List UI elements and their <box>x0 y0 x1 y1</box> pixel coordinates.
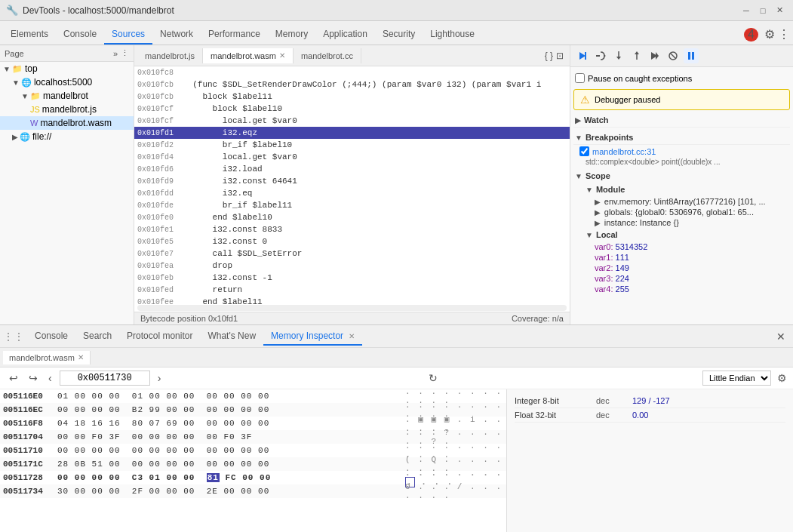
tab-network[interactable]: Network <box>152 26 201 45</box>
code-tab-cc[interactable]: mandelbrot.cc <box>294 48 361 63</box>
scope-var4-value: 255 <box>616 284 629 294</box>
tab-memory-inspector[interactable]: Memory Inspector ✕ <box>263 328 362 346</box>
tab-security[interactable]: Security <box>375 26 423 45</box>
memory-file-tab-close[interactable]: ✕ <box>78 353 84 361</box>
svg-rect-1 <box>585 52 586 60</box>
refresh-button[interactable]: ↻ <box>429 372 438 384</box>
endian-select[interactable]: Little Endian Big Endian <box>702 371 771 386</box>
local-section-header[interactable]: ▼ Local <box>573 228 790 241</box>
code-body[interactable]: 0x010fc8 0x010fcb (func $SDL_SetRenderDr… <box>134 66 570 304</box>
svg-marker-7 <box>635 51 639 54</box>
origin-icon-file: 🌐 <box>20 132 30 142</box>
tree-item-localhost[interactable]: ▼ 🌐 localhost:5000 <box>0 75 134 89</box>
memory-inspector-tab-close[interactable]: ✕ <box>349 332 355 340</box>
breakpoint-checkbox[interactable] <box>579 146 589 156</box>
js-file-icon: JS <box>30 105 40 114</box>
svg-rect-12 <box>688 52 690 60</box>
settings-icon[interactable]: ⚙ <box>764 27 775 42</box>
code-scrollbar-h[interactable] <box>137 305 567 311</box>
type-panel: Integer 8-bit dec 129 / -127 Float 32-bi… <box>506 389 793 532</box>
code-tab-js[interactable]: mandelbrot.js <box>137 48 203 63</box>
watch-section-header[interactable]: ▶ Watch <box>573 113 790 128</box>
tab-elements[interactable]: Elements <box>3 26 56 45</box>
warning-icon: ⚠ <box>580 94 590 106</box>
hex-area[interactable]: 005116E0 01 00 00 00 01 00 00 00 00 00 0… <box>0 389 506 532</box>
code-line: 0x010fd9 i32.const 64641 <box>134 175 570 187</box>
filetree-menu-icon[interactable]: ⋮ <box>121 48 129 58</box>
breakpoints-label: Breakpoints <box>586 133 634 142</box>
folder-icon: 📁 <box>12 64 23 74</box>
bottom-panel-close-button[interactable]: ✕ <box>772 331 790 343</box>
tree-item-mandelbrot-folder[interactable]: ▼ 📁 mandelbrot <box>0 89 134 103</box>
devtools-tab-bar: Elements Console Sources Network Perform… <box>0 21 793 45</box>
minimize-button[interactable]: ─ <box>739 3 754 18</box>
type-panel-settings-button[interactable]: ⚙ <box>777 372 787 384</box>
memory-content: 005116E0 01 00 00 00 01 00 00 00 00 00 0… <box>0 389 793 532</box>
step-into-button[interactable] <box>611 48 626 63</box>
breakpoint-item: mandelbrot.cc:31 <box>573 145 790 158</box>
code-line: 0x010fea drop <box>134 260 570 272</box>
code-tab-wasm-close[interactable]: ✕ <box>279 51 285 60</box>
deactivate-button[interactable] <box>665 48 681 63</box>
tree-item-mandelbrot-js[interactable]: JS mandelbrot.js <box>0 103 134 116</box>
bottom-drag-handle: ⋮⋮ <box>3 331 24 343</box>
resume-button[interactable] <box>575 48 590 63</box>
tab-protocol-monitor[interactable]: Protocol monitor <box>119 328 200 346</box>
tree-item-top[interactable]: ▼ 📁 top <box>0 62 134 75</box>
type-float32-label: Float 32-bit <box>515 411 590 420</box>
code-dock-icon[interactable]: ⊡ <box>556 51 564 61</box>
scope-arrow: ▼ <box>575 172 582 180</box>
tree-label-localhost: localhost:5000 <box>34 77 92 88</box>
close-button[interactable]: ✕ <box>772 3 787 18</box>
tab-console[interactable]: Console <box>56 26 104 45</box>
undo-button[interactable]: ↩ <box>6 371 21 386</box>
tree-item-file[interactable]: ▶ 🌐 file:// <box>0 130 134 143</box>
tab-performance[interactable]: Performance <box>201 26 268 45</box>
maximize-button[interactable]: □ <box>755 3 770 18</box>
debugger-content: Pause on caught exceptions ⚠ Debugger pa… <box>570 67 793 300</box>
scope-section: ▼ Scope ▼ Module ▶ env.memory: Uint8Arra… <box>573 169 790 294</box>
scope-section-header[interactable]: ▼ Scope <box>573 169 790 183</box>
step-out-button[interactable] <box>629 48 644 63</box>
nav-next-button[interactable]: › <box>155 371 164 386</box>
filetree-expand-icon[interactable]: » <box>113 49 118 58</box>
redo-button[interactable]: ↪ <box>26 371 41 386</box>
pause-on-caught-checkbox[interactable] <box>575 73 585 83</box>
type-float32-value: 0.00 <box>632 411 785 420</box>
tab-lighthouse[interactable]: Lighthouse <box>423 26 482 45</box>
tab-whats-new[interactable]: What's New <box>200 328 263 346</box>
scope-globals: ▶ globals: {global0: 5306976, global1: 6… <box>573 207 790 217</box>
tree-arrow-localhost: ▼ <box>12 78 20 87</box>
breakpoints-section-header[interactable]: ▼ Breakpoints <box>573 131 790 145</box>
code-line: 0x010fed return <box>134 284 570 296</box>
tree-item-mandelbrot-wasm[interactable]: W mandelbrot.wasm <box>0 116 134 130</box>
titlebar-icon: 🔧 <box>6 5 18 16</box>
svg-rect-13 <box>692 52 694 60</box>
step-over-button[interactable] <box>593 48 608 63</box>
code-line: 0x010fe1 i32.const 8833 <box>134 223 570 235</box>
code-line: 0x010fcf local.get $var0 <box>134 115 570 127</box>
code-tab-wasm[interactable]: mandelbrot.wasm ✕ <box>203 48 294 63</box>
more-icon[interactable]: ⋮ <box>778 27 790 42</box>
type-float32-format: dec <box>596 411 626 420</box>
tab-console[interactable]: Console <box>27 328 75 346</box>
tab-search[interactable]: Search <box>75 328 119 346</box>
tab-application[interactable]: Application <box>315 26 375 45</box>
module-section-header[interactable]: ▼ Module <box>573 183 790 196</box>
tab-sources[interactable]: Sources <box>104 26 152 45</box>
error-badge: 4 <box>744 28 758 42</box>
tab-memory[interactable]: Memory <box>268 26 315 45</box>
scope-local-var1: var1: 111 <box>573 252 790 263</box>
main-layout: Page » ⋮ ▼ 📁 top ▼ 🌐 localhost:5000 <box>0 45 793 532</box>
watch-arrow: ▶ <box>575 116 581 125</box>
nav-prev-button[interactable]: ‹ <box>45 371 55 386</box>
code-line: 0x010fc8 <box>134 66 570 78</box>
code-tab-bar: mandelbrot.js mandelbrot.wasm ✕ mandelbr… <box>134 45 570 66</box>
pause-exceptions-button[interactable] <box>684 48 699 63</box>
code-format-icon[interactable]: { } <box>545 51 553 61</box>
memory-file-tab-wasm[interactable]: mandelbrot.wasm ✕ <box>3 351 91 364</box>
bottom-area: ⋮⋮ Console Search Protocol monitor What'… <box>0 324 793 532</box>
step-button[interactable] <box>647 48 662 63</box>
memory-inspector: mandelbrot.wasm ✕ ↩ ↪ ‹ › ↻ Little Endia… <box>0 348 793 532</box>
address-input[interactable] <box>60 371 150 386</box>
